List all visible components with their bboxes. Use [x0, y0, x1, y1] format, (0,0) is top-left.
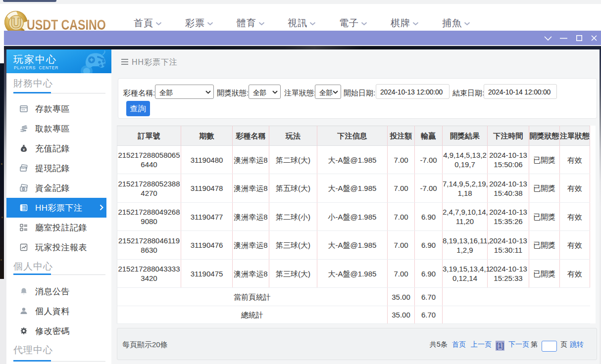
svg-text:U: U [11, 15, 21, 31]
